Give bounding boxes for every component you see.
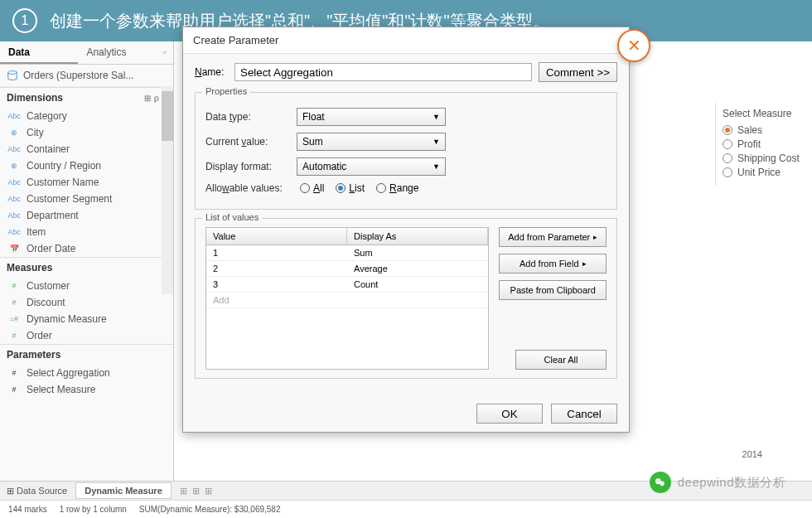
xaxis-label: 2014: [742, 449, 762, 459]
new-story-icon[interactable]: ⊞: [205, 486, 212, 496]
col-display-header[interactable]: Display As: [347, 228, 488, 244]
svg-point-0: [8, 71, 17, 75]
radio-icon: [723, 125, 732, 135]
datasource-row[interactable]: Orders (Superstore Sal...: [0, 65, 173, 87]
field-item[interactable]: #Order: [0, 327, 173, 344]
field-item[interactable]: AbcCustomer Segment: [0, 191, 173, 207]
sidebar-scrollbar[interactable]: [162, 87, 173, 294]
values-table: Value Display As 1Sum 2Average 3Count Ad…: [205, 227, 489, 370]
select-measure-panel: Select Measure Sales Profit Shipping Cos…: [715, 103, 810, 186]
properties-fieldset: Properties Data type: Float▼ Current val…: [195, 92, 617, 210]
allowable-label: Allowable values:: [205, 182, 288, 194]
col-value-header[interactable]: Value: [206, 228, 347, 244]
status-bar: 144 marks 1 row by 1 column SUM(Dynamic …: [0, 500, 812, 518]
name-input[interactable]: [234, 63, 532, 81]
new-dashboard-icon[interactable]: ⊞: [192, 486, 200, 496]
field-item[interactable]: 📅Order Date: [0, 240, 173, 257]
status-marks: 144 marks: [8, 505, 47, 514]
table-row[interactable]: 2Average: [206, 261, 488, 277]
step-number: 1: [12, 8, 37, 33]
currentvalue-combo[interactable]: Sum▼: [297, 133, 446, 151]
tab-data[interactable]: Data: [0, 41, 78, 64]
add-from-parameter-button[interactable]: Add from Parameter▸: [499, 227, 607, 247]
datatype-combo[interactable]: Float▼: [297, 108, 446, 126]
field-item[interactable]: AbcContainer: [0, 141, 173, 157]
field-item[interactable]: #Select Measure: [0, 381, 173, 398]
datasource-name: Orders (Superstore Sal...: [23, 70, 133, 81]
field-item[interactable]: AbcItem: [0, 224, 173, 240]
datatype-label: Data type:: [205, 111, 288, 123]
field-item[interactable]: =#Dynamic Measure: [0, 311, 173, 327]
svg-point-4: [659, 480, 660, 481]
displayformat-combo[interactable]: Automatic▼: [297, 157, 446, 176]
radio-icon: [723, 167, 732, 177]
table-row[interactable]: 1Sum: [206, 245, 488, 261]
wechat-icon: [650, 472, 671, 493]
dimensions-list: AbcCategory ⊕City AbcContainer ⊕Country …: [0, 108, 173, 257]
list-of-values-fieldset: List of values Value Display As 1Sum 2Av…: [195, 218, 617, 379]
parameters-header: Parameters: [0, 344, 173, 365]
field-item[interactable]: ⊕Country / Region: [0, 157, 173, 174]
field-item[interactable]: #Discount: [0, 294, 173, 311]
clear-all-button[interactable]: Clear All: [515, 350, 607, 370]
chevron-down-icon: ▼: [433, 113, 440, 121]
ok-button[interactable]: OK: [476, 404, 543, 424]
field-item[interactable]: #Select Aggregation: [0, 365, 173, 381]
datasource-icon: [7, 70, 18, 81]
measure-option[interactable]: Sales: [723, 124, 804, 136]
svg-point-2: [660, 482, 665, 487]
measures-list: #Customer #Discount =#Dynamic Measure #O…: [0, 278, 173, 344]
svg-point-6: [662, 482, 663, 483]
cancel-button[interactable]: Cancel: [551, 404, 617, 424]
wechat-watermark: deepwind数据分析: [650, 472, 785, 493]
status-sum: SUM(Dynamic Measure): $30,069,582: [139, 505, 281, 514]
field-item[interactable]: AbcCategory: [0, 108, 173, 124]
data-sidebar: Data Analytics ◦ Orders (Superstore Sal.…: [0, 41, 174, 481]
status-layout: 1 row by 1 column: [60, 505, 127, 514]
table-row[interactable]: 3Count: [206, 277, 488, 293]
radio-icon: [723, 139, 732, 149]
measures-header: Measures: [0, 257, 173, 278]
field-item[interactable]: AbcDepartment: [0, 207, 173, 224]
measure-panel-title: Select Measure: [723, 108, 804, 119]
comment-button[interactable]: Comment >>: [539, 62, 617, 82]
name-label: Name:: [195, 66, 228, 78]
field-item[interactable]: AbcCustomer Name: [0, 174, 173, 191]
add-from-field-button[interactable]: Add from Field▸: [499, 254, 607, 274]
close-callout-icon[interactable]: ✕: [617, 29, 650, 62]
field-item[interactable]: #Customer: [0, 278, 173, 294]
chevron-down-icon: ▼: [433, 138, 440, 146]
chevron-down-icon: ▼: [433, 162, 440, 171]
dimensions-header: Dimensions ⊞ρ▾: [0, 87, 173, 108]
allow-list-radio[interactable]: List: [336, 182, 365, 194]
datasource-tab[interactable]: ⊞ Data Source: [7, 486, 67, 496]
new-worksheet-icon[interactable]: ⊞: [180, 486, 187, 496]
radio-icon: [723, 153, 732, 163]
add-row[interactable]: Add: [206, 293, 488, 308]
view-icon[interactable]: ⊞: [144, 94, 151, 103]
currentvalue-label: Current value:: [205, 136, 288, 148]
allow-all-radio[interactable]: All: [300, 182, 324, 194]
paste-from-clipboard-button[interactable]: Paste from Clipboard: [499, 280, 607, 300]
create-parameter-dialog: Create Parameter Name: Comment >> Proper…: [182, 27, 630, 433]
sheet-tab[interactable]: Dynamic Measure: [75, 482, 172, 499]
chevron-right-icon: ▸: [593, 233, 597, 241]
tab-analytics[interactable]: Analytics: [78, 41, 156, 64]
search-icon[interactable]: ρ: [154, 94, 159, 103]
svg-point-5: [660, 482, 661, 483]
measure-option[interactable]: Unit Price: [723, 167, 804, 178]
sidebar-menu-icon[interactable]: ◦: [157, 41, 173, 64]
chevron-right-icon: ▸: [582, 259, 587, 268]
wechat-text: deepwind数据分析: [678, 475, 785, 491]
measure-option[interactable]: Profit: [723, 138, 804, 150]
dialog-title: Create Parameter: [183, 27, 629, 54]
measure-option[interactable]: Shipping Cost: [723, 152, 804, 164]
field-item[interactable]: ⊕City: [0, 124, 173, 141]
parameters-list: #Select Aggregation #Select Measure: [0, 365, 173, 398]
displayformat-label: Display format:: [205, 161, 288, 172]
svg-point-3: [656, 480, 657, 481]
allow-range-radio[interactable]: Range: [376, 182, 418, 194]
